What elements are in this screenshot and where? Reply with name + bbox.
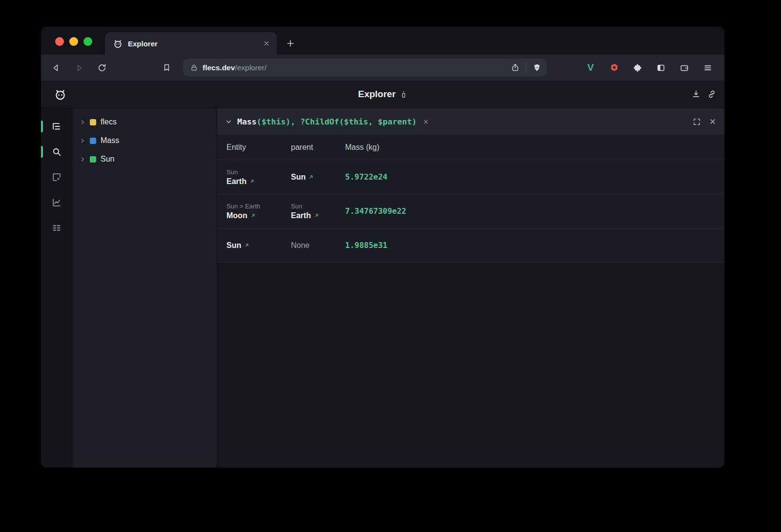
tab-title: Explorer bbox=[128, 40, 258, 48]
line-chart-icon bbox=[51, 197, 62, 208]
extensions-puzzle-icon[interactable] bbox=[630, 60, 645, 76]
query-segment: ($this), bbox=[257, 117, 300, 126]
entity-path: Sun bbox=[226, 168, 291, 176]
table-row: Sun Earth Sun 5.9722e24 bbox=[217, 160, 724, 194]
browser-tab-explorer[interactable]: Explorer bbox=[105, 32, 277, 55]
hexagon-extension-icon[interactable] bbox=[606, 60, 622, 76]
tree-item-label: Mass bbox=[101, 136, 119, 145]
vue-devtools-icon[interactable]: V bbox=[583, 60, 598, 76]
parent-none: None bbox=[291, 241, 345, 250]
new-tab-button[interactable] bbox=[286, 39, 295, 48]
rail-item-entity-tree[interactable] bbox=[41, 114, 72, 139]
open-entity-icon bbox=[308, 174, 314, 180]
page-title-text: Explorer bbox=[358, 89, 395, 100]
open-entity-icon bbox=[314, 213, 319, 218]
entity-link[interactable]: Moon bbox=[226, 211, 291, 220]
active-indicator bbox=[41, 146, 43, 158]
entity-path: Sun > Earth bbox=[226, 203, 291, 210]
results-table: Entity parent Mass (kg) Sun Earth bbox=[217, 135, 724, 263]
mass-cell: 5.9722e24 bbox=[345, 172, 724, 182]
entity-name: Earth bbox=[226, 177, 247, 186]
entity-link[interactable]: Earth bbox=[226, 177, 291, 186]
chevron-right-icon bbox=[80, 157, 85, 162]
open-entity-icon bbox=[249, 179, 255, 184]
query-input[interactable]: Mass($this), ?ChildOf($this, $parent) bbox=[237, 117, 417, 126]
url-path: /explorer/ bbox=[235, 63, 267, 72]
chevron-down-icon[interactable] bbox=[225, 118, 232, 125]
query-segment: ?ChildOf($this, $parent) bbox=[300, 117, 416, 126]
rail-item-stats[interactable] bbox=[41, 215, 72, 241]
url-bar[interactable]: flecs.dev/explorer/ bbox=[183, 59, 547, 77]
table-row: Sun > Earth Moon Sun Earth bbox=[217, 194, 724, 228]
rail-item-inspect[interactable] bbox=[41, 164, 72, 190]
forward-button[interactable] bbox=[71, 60, 87, 76]
sidebar-toggle-icon[interactable] bbox=[653, 60, 669, 76]
rail-item-charts[interactable] bbox=[41, 190, 72, 215]
query-segment: Mass bbox=[237, 117, 257, 126]
inspect-cursor-icon bbox=[51, 172, 62, 183]
app-main: flecs Mass Sun Mass($this), ?ChildOf($th… bbox=[41, 108, 724, 468]
flecs-favicon-icon bbox=[113, 39, 123, 49]
fullscreen-icon[interactable] bbox=[693, 118, 701, 126]
parent-name: Sun bbox=[291, 173, 306, 182]
tree-item-label: flecs bbox=[101, 118, 117, 126]
download-icon[interactable] bbox=[691, 89, 701, 99]
menu-hamburger-icon[interactable] bbox=[700, 60, 716, 76]
icon-rail bbox=[41, 108, 72, 468]
active-indicator bbox=[41, 121, 43, 132]
parent-link[interactable]: Sun bbox=[291, 173, 345, 182]
link-icon[interactable] bbox=[707, 89, 717, 99]
table-row: Sun None 1.9885e31 bbox=[217, 228, 724, 263]
mass-cell: 1.9885e31 bbox=[345, 241, 724, 250]
wallet-icon[interactable] bbox=[677, 60, 692, 76]
zoom-window-button[interactable] bbox=[83, 37, 92, 46]
open-entity-icon bbox=[250, 213, 256, 218]
table-header-row: Entity parent Mass (kg) bbox=[217, 135, 724, 160]
mass-value: 1.9885e31 bbox=[345, 241, 388, 250]
column-header-parent: parent bbox=[291, 143, 345, 152]
results-empty-area bbox=[217, 263, 724, 468]
chevron-right-icon bbox=[80, 120, 85, 125]
tree-item-flecs[interactable]: flecs bbox=[72, 113, 217, 131]
entity-color-swatch bbox=[90, 119, 96, 125]
query-panel: Mass($this), ?ChildOf($this, $parent) En bbox=[217, 108, 724, 468]
column-header-mass: Mass (kg) bbox=[345, 143, 724, 152]
mass-value: 7.34767309e22 bbox=[345, 206, 406, 216]
tree-outline-icon bbox=[51, 121, 62, 132]
query-bar: Mass($this), ?ChildOf($this, $parent) bbox=[217, 108, 724, 135]
share-icon[interactable] bbox=[511, 63, 520, 72]
clear-query-icon[interactable] bbox=[423, 119, 429, 125]
search-icon bbox=[51, 146, 62, 157]
tab-close-icon[interactable] bbox=[263, 40, 270, 47]
tree-item-label: Sun bbox=[101, 155, 114, 164]
mass-value: 5.9722e24 bbox=[345, 172, 388, 182]
tab-strip: Explorer bbox=[41, 27, 724, 55]
parent-name: Earth bbox=[291, 211, 311, 220]
page-title: Explorer bbox=[358, 89, 407, 100]
stats-rows-icon bbox=[51, 223, 62, 233]
tree-item-sun[interactable]: Sun bbox=[72, 150, 217, 168]
minimize-window-button[interactable] bbox=[69, 37, 78, 46]
flecs-logo-icon bbox=[54, 88, 67, 101]
parent-cell: None bbox=[291, 241, 345, 250]
back-button[interactable] bbox=[48, 60, 64, 76]
reload-button[interactable] bbox=[94, 60, 110, 76]
tree-item-mass[interactable]: Mass bbox=[72, 131, 217, 150]
browser-toolbar: flecs.dev/explorer/ V bbox=[41, 55, 724, 81]
brave-shield-icon[interactable] bbox=[532, 63, 542, 73]
url-text: flecs.dev/explorer/ bbox=[203, 63, 267, 72]
close-window-button[interactable] bbox=[55, 37, 64, 46]
bookmark-icon[interactable] bbox=[159, 60, 174, 76]
parent-link[interactable]: Earth bbox=[291, 211, 345, 220]
extension-icons: V bbox=[583, 60, 716, 76]
entity-cell: Sun Earth bbox=[217, 168, 291, 186]
mass-cell: 7.34767309e22 bbox=[345, 206, 724, 216]
entity-cell: Sun bbox=[217, 241, 291, 250]
rail-item-query-search[interactable] bbox=[41, 139, 72, 164]
entity-color-swatch bbox=[90, 156, 96, 163]
entity-cell: Sun > Earth Moon bbox=[217, 203, 291, 220]
traffic-lights bbox=[55, 37, 92, 46]
close-panel-icon[interactable] bbox=[709, 118, 717, 126]
entity-link[interactable]: Sun bbox=[226, 241, 291, 250]
chevron-right-icon bbox=[80, 138, 85, 143]
